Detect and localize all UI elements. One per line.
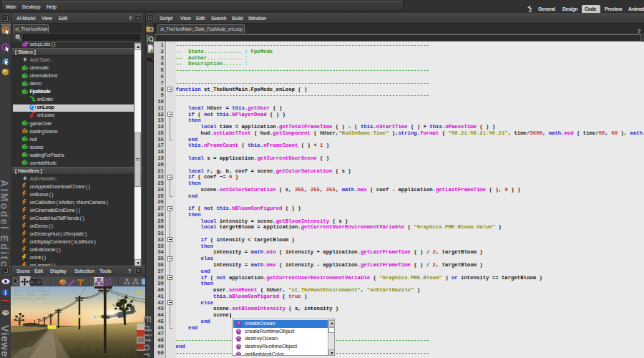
- svg-text:211: 211: [135, 290, 142, 294]
- svg-text:Scene :: Scene :: [14, 290, 26, 293]
- svg-text:st_Terrain1024: st_Terrain1024: [27, 290, 51, 293]
- svg-text:Mouse :: Mouse :: [14, 294, 26, 296]
- svg-text:0 objects: 0 objects: [31, 297, 46, 300]
- svg-text:Selection :: Selection :: [14, 297, 32, 300]
- svg-text:Select - Group: Select - Group: [27, 294, 51, 296]
